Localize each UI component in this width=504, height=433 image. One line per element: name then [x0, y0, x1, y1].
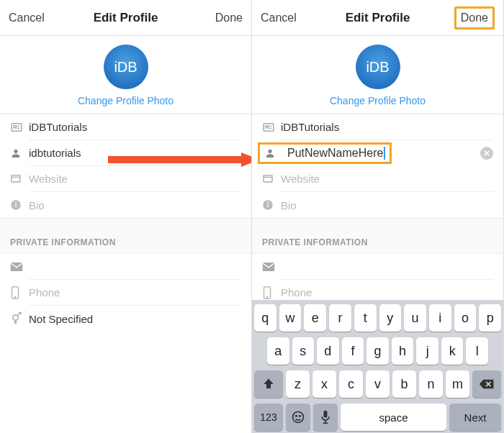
- header: Cancel Edit Profile Done: [252, 0, 503, 36]
- name-value: iDBTutorials: [281, 121, 339, 133]
- photo-section: iDB Change Profile Photo: [0, 36, 251, 114]
- username-field-row[interactable]: idbtutorials: [0, 140, 251, 166]
- phone-placeholder: Phone: [29, 286, 60, 298]
- key-q[interactable]: q: [254, 304, 276, 332]
- key-w[interactable]: w: [279, 304, 302, 332]
- key-l[interactable]: l: [466, 337, 488, 365]
- ios-keyboard[interactable]: qwertyuiop asdfghjkl zxcvbnm 123 space N…: [252, 300, 503, 433]
- numbers-key[interactable]: 123: [254, 404, 283, 431]
- avatar[interactable]: iDB: [104, 45, 148, 89]
- bio-field-row[interactable]: Bio: [252, 192, 503, 218]
- gender-value: Not Specified: [29, 313, 93, 325]
- svg-point-36: [293, 412, 304, 423]
- key-r[interactable]: r: [329, 304, 351, 332]
- done-button[interactable]: Done: [451, 6, 495, 29]
- profile-fields: iDBTutorials idbtutorials Website Bio PR…: [0, 114, 251, 332]
- svg-point-13: [13, 315, 19, 321]
- website-field-row[interactable]: Website: [252, 166, 503, 192]
- change-photo-link[interactable]: Change Profile Photo: [252, 95, 503, 106]
- clear-text-button[interactable]: [480, 147, 493, 160]
- username-field-row[interactable]: PutNewNameHere: [252, 140, 503, 166]
- key-z[interactable]: z: [286, 370, 310, 398]
- text-cursor: [384, 147, 385, 160]
- key-h[interactable]: h: [392, 337, 414, 365]
- name-badge-icon: [10, 121, 29, 134]
- website-icon: [10, 173, 29, 185]
- key-e[interactable]: e: [304, 304, 326, 332]
- key-c[interactable]: c: [339, 370, 363, 398]
- name-value: iDBTutorials: [29, 121, 87, 133]
- name-badge-icon: [262, 121, 281, 134]
- emoji-key[interactable]: [286, 404, 310, 431]
- website-placeholder: Website: [281, 173, 320, 185]
- username-input[interactable]: PutNewNameHere: [287, 147, 383, 160]
- phone-field-row[interactable]: Phone: [0, 280, 251, 306]
- key-t[interactable]: t: [354, 304, 377, 332]
- cancel-button[interactable]: Cancel: [261, 12, 304, 24]
- avatar[interactable]: iDB: [356, 45, 400, 89]
- key-b[interactable]: b: [392, 370, 416, 398]
- key-u[interactable]: u: [404, 304, 426, 332]
- dictation-key[interactable]: [313, 404, 338, 431]
- key-y[interactable]: y: [379, 304, 402, 332]
- shift-key[interactable]: [254, 370, 283, 398]
- svg-point-23: [268, 150, 271, 153]
- change-photo-link[interactable]: Change Profile Photo: [0, 95, 251, 106]
- mail-icon: [10, 262, 29, 272]
- email-field-row[interactable]: [0, 254, 251, 280]
- mail-icon: [262, 262, 281, 272]
- bio-field-row[interactable]: Bio: [0, 192, 251, 218]
- screen-after: Cancel Edit Profile Done iDB Change Prof…: [252, 0, 504, 433]
- key-v[interactable]: v: [366, 370, 390, 398]
- username-value: idbtutorials: [29, 147, 81, 159]
- done-highlight[interactable]: Done: [454, 6, 495, 29]
- key-s[interactable]: s: [292, 337, 315, 365]
- website-icon: [262, 173, 281, 185]
- key-n[interactable]: n: [419, 370, 443, 398]
- person-icon: [264, 147, 283, 159]
- svg-point-12: [14, 296, 16, 298]
- person-icon: [10, 147, 29, 159]
- website-field-row[interactable]: Website: [0, 166, 251, 192]
- key-x[interactable]: x: [312, 370, 336, 398]
- key-g[interactable]: g: [366, 337, 389, 365]
- key-i[interactable]: i: [429, 304, 451, 332]
- backspace-key[interactable]: [472, 370, 501, 398]
- key-m[interactable]: m: [446, 370, 469, 398]
- email-field-row[interactable]: [252, 254, 503, 280]
- key-d[interactable]: d: [317, 337, 339, 365]
- bio-placeholder: Bio: [281, 199, 297, 211]
- name-field-row[interactable]: iDBTutorials: [0, 114, 251, 140]
- space-key[interactable]: space: [341, 404, 446, 431]
- page-title: Edit Profile: [346, 11, 410, 25]
- gender-icon: [10, 312, 29, 325]
- svg-rect-8: [15, 204, 16, 208]
- svg-rect-20: [266, 126, 268, 128]
- svg-point-37: [296, 416, 297, 417]
- svg-point-38: [300, 416, 301, 417]
- cancel-button[interactable]: Cancel: [9, 12, 52, 24]
- key-a[interactable]: a: [267, 337, 289, 365]
- next-key[interactable]: Next: [449, 404, 501, 431]
- info-icon: [262, 199, 281, 211]
- done-button[interactable]: Done: [199, 12, 243, 24]
- key-o[interactable]: o: [454, 304, 477, 332]
- key-j[interactable]: j: [416, 337, 438, 365]
- svg-point-9: [15, 202, 17, 204]
- page-title: Edit Profile: [94, 11, 158, 25]
- svg-rect-39: [324, 411, 328, 418]
- website-placeholder: Website: [29, 173, 68, 185]
- username-highlight[interactable]: PutNewNameHere: [258, 142, 392, 164]
- gender-field-row[interactable]: Not Specified: [0, 306, 251, 332]
- key-p[interactable]: p: [479, 304, 501, 332]
- screen-before: Cancel Edit Profile Done iDB Change Prof…: [0, 0, 252, 433]
- svg-rect-26: [264, 176, 272, 182]
- phone-placeholder: Phone: [281, 286, 312, 298]
- svg-rect-29: [267, 204, 268, 208]
- info-icon: [10, 199, 29, 211]
- photo-section: iDB Change Profile Photo: [252, 36, 503, 114]
- private-info-header: PRIVATE INFORMATION: [252, 218, 503, 254]
- name-field-row[interactable]: iDBTutorials: [252, 114, 503, 140]
- key-f[interactable]: f: [342, 337, 364, 365]
- key-k[interactable]: k: [441, 337, 464, 365]
